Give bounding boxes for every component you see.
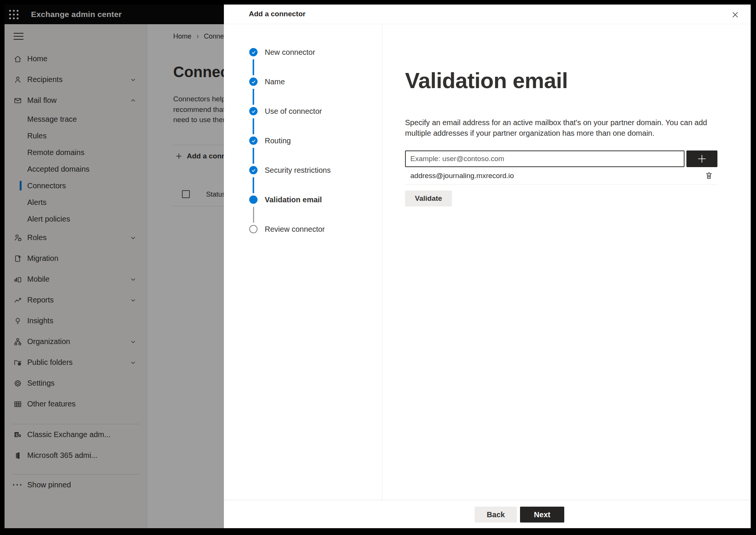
step-connector-line [253, 207, 254, 223]
add-email-button[interactable] [686, 150, 717, 167]
step-use-of-connector: Use of connector [224, 107, 382, 136]
panel-body: New connector Name Use of connector [224, 25, 751, 500]
step-content: Validation email Specify an email addres… [382, 25, 751, 500]
step-connector-line [253, 89, 254, 105]
plus-icon [696, 153, 708, 164]
step-connector-line [253, 148, 254, 164]
delete-address-button[interactable] [703, 170, 714, 181]
validation-email-input[interactable] [405, 150, 685, 167]
wizard-stepper: New connector Name Use of connector [224, 25, 382, 500]
step-check-icon [249, 78, 258, 86]
step-connector-line [253, 118, 254, 134]
exchange-admin-app: Exchange admin center Home Recipients Ma… [5, 5, 751, 528]
step-description: Specify an email address for an active m… [405, 117, 720, 138]
close-icon [731, 10, 740, 19]
step-connector-line [253, 177, 254, 193]
step-name: Name [224, 78, 382, 107]
email-address-row: address@journaling.mxrecord.io [405, 167, 717, 185]
step-security-restrictions: Security restrictions [224, 166, 382, 195]
step-check-icon [249, 107, 258, 115]
step-check-icon [249, 166, 258, 174]
panel-footer: Back Next [224, 500, 751, 528]
add-connector-panel: Add a connector New connector Name [224, 5, 751, 528]
close-button[interactable] [730, 9, 741, 20]
step-todo-dot [249, 225, 258, 233]
next-button[interactable]: Next [520, 507, 564, 523]
step-check-icon [249, 48, 258, 56]
email-input-row [405, 150, 717, 167]
step-validation-email: Validation email [224, 195, 382, 225]
step-connector-line [253, 59, 254, 75]
email-address-value: address@journaling.mxrecord.io [410, 172, 514, 180]
panel-title: Add a connector [249, 10, 306, 18]
panel-header: Add a connector [224, 5, 751, 24]
step-review-connector: Review connector [224, 225, 382, 254]
step-heading: Validation email [405, 68, 720, 93]
validate-button[interactable]: Validate [405, 191, 452, 206]
trash-icon [704, 171, 714, 180]
back-button[interactable]: Back [475, 507, 517, 523]
step-current-dot [249, 195, 258, 204]
step-new-connector: New connector [224, 48, 382, 78]
step-check-icon [249, 136, 258, 145]
step-routing: Routing [224, 136, 382, 166]
screenshot-frame: Exchange admin center Home Recipients Ma… [0, 0, 756, 535]
